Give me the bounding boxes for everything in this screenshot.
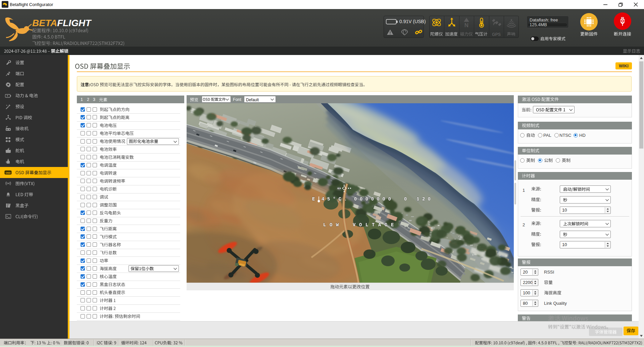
svg-text:0000000: 0000000: [354, 196, 394, 202]
svg-text:E: E: [312, 196, 318, 202]
svg-text:VOLTAGE: VOLTAGE: [353, 222, 397, 228]
svg-text:LOW: LOW: [323, 222, 342, 228]
svg-text:45°C.: 45°C.: [321, 196, 350, 202]
svg-text:120: 120: [416, 196, 434, 202]
svg-text:OSD: OSD: [5, 172, 10, 174]
svg-text:0: 0: [404, 196, 410, 202]
svg-text:N: N: [464, 22, 468, 28]
